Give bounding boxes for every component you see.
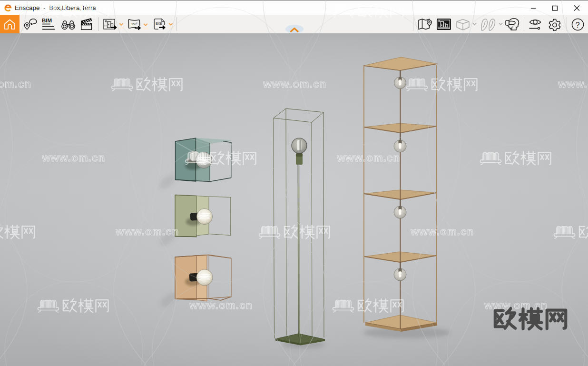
svg-text:www.om.cn: www.om.cn — [189, 4, 253, 16]
svg-text:www.om.cn: www.om.cn — [263, 78, 326, 90]
svg-text:www.om.cn: www.om.cn — [0, 78, 32, 90]
svg-text:www.om.cn: www.om.cn — [558, 78, 588, 90]
svg-text:www.om.cn: www.om.cn — [189, 299, 253, 311]
svg-text:www.om.cn: www.om.cn — [410, 226, 474, 237]
svg-text:www.om.cn: www.om.cn — [115, 226, 179, 237]
svg-text:www.om.cn: www.om.cn — [41, 152, 105, 164]
svg-text:www.om.cn: www.om.cn — [484, 4, 548, 16]
svg-text:www.om.cn: www.om.cn — [336, 152, 400, 164]
